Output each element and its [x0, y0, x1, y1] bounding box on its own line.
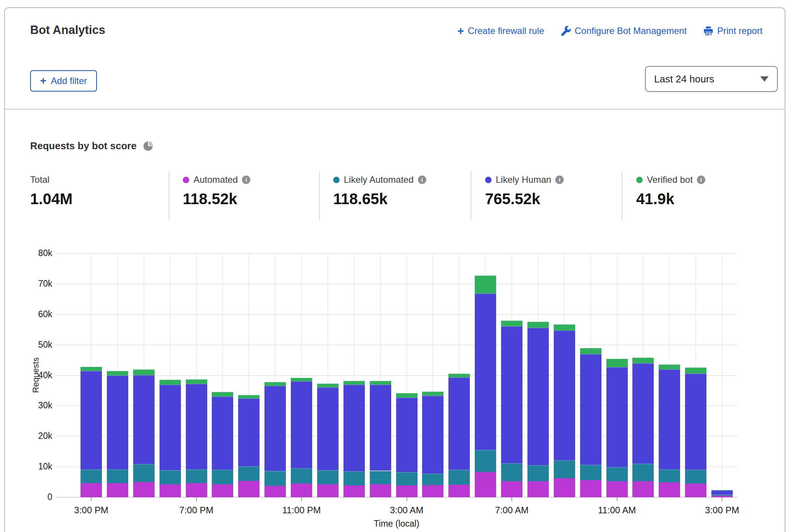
- bar-800am[interactable]: [527, 253, 549, 497]
- bar-segment-likely-human: [685, 374, 706, 470]
- bar-segment-automated: [580, 480, 601, 497]
- bar-segment-likely-automated: [685, 470, 706, 484]
- bar-1000pm[interactable]: [264, 253, 286, 497]
- print-report-label: Print report: [717, 26, 763, 36]
- y-tick-label: 70k: [14, 279, 52, 289]
- bar-100am[interactable]: [343, 253, 365, 497]
- bar-500pm[interactable]: [133, 253, 155, 497]
- plus-icon: +: [40, 76, 46, 85]
- bar-segment-likely-automated: [264, 471, 286, 486]
- bar-segment-likely-automated: [501, 463, 522, 481]
- x-tick-label: 7:00 AM: [495, 505, 529, 516]
- bar-segment-automated: [370, 484, 391, 497]
- bar-segment-verified-bot: [238, 395, 260, 399]
- section-title-text: Requests by bot score: [30, 140, 137, 152]
- bar-segment-automated: [606, 481, 628, 497]
- bar-1100am[interactable]: [606, 253, 628, 497]
- bar-segment-automated: [396, 485, 418, 497]
- bar-700am[interactable]: [501, 253, 522, 497]
- bar-segment-verified-bot: [711, 490, 733, 490]
- bar-segment-likely-human: [527, 328, 549, 465]
- bar-segment-automated: [685, 484, 706, 497]
- bar-segment-verified-bot: [632, 358, 654, 363]
- bar-segment-likely-automated: [475, 450, 496, 472]
- create-firewall-rule-link[interactable]: + Create firewall rule: [457, 26, 544, 36]
- bar-segment-verified-bot: [527, 322, 549, 328]
- bar-segment-likely-automated: [186, 469, 207, 484]
- bar-600am[interactable]: [475, 253, 496, 497]
- x-tick-label: 11:00 AM: [598, 505, 636, 516]
- bar-1200pm[interactable]: [632, 253, 654, 497]
- likely-automated-value: 118.65k: [333, 190, 426, 208]
- x-tick-mark: [91, 497, 92, 501]
- x-tick-label: 3:00 AM: [390, 505, 423, 516]
- bar-900am[interactable]: [554, 253, 575, 497]
- total-label: Total: [30, 174, 50, 185]
- x-tick-mark: [617, 497, 617, 501]
- bar-segment-likely-human: [343, 385, 365, 471]
- bar-segment-automated: [212, 484, 233, 497]
- bar-segment-automated: [632, 481, 654, 497]
- bar-1200am[interactable]: [317, 253, 339, 497]
- bar-500am[interactable]: [448, 253, 470, 497]
- y-tick-label: 80k: [14, 248, 52, 258]
- add-filter-button[interactable]: + Add filter: [30, 70, 97, 92]
- bar-segment-likely-human: [160, 385, 181, 470]
- bar-300pm[interactable]: [81, 253, 102, 497]
- bar-segment-automated: [475, 472, 496, 497]
- bar-100pm[interactable]: [659, 253, 680, 497]
- bar-segment-likely-human: [186, 384, 207, 469]
- verified-bot-label: Verified bot: [647, 174, 693, 185]
- x-tick-mark: [406, 497, 407, 501]
- info-icon[interactable]: i: [418, 176, 426, 184]
- bar-segment-automated: [317, 484, 339, 497]
- wrench-icon: [561, 26, 571, 36]
- configure-bot-management-link[interactable]: Configure Bot Management: [561, 26, 687, 36]
- bar-700pm[interactable]: [186, 253, 207, 497]
- info-icon[interactable]: i: [555, 176, 564, 184]
- bar-segment-automated: [107, 483, 128, 497]
- bar-segment-likely-automated: [317, 470, 339, 485]
- bar-800pm[interactable]: [212, 253, 233, 497]
- likely-automated-legend-dot: [333, 177, 340, 183]
- bar-1100pm[interactable]: [291, 253, 312, 497]
- stats-row: Total 1.04M Automated i 118.52k Likely A…: [5, 171, 785, 221]
- x-tick-mark: [511, 497, 512, 501]
- bar-segment-likely-automated: [396, 472, 418, 485]
- y-tick-label: 40k: [14, 370, 52, 380]
- bar-segment-verified-bot: [475, 276, 496, 293]
- bar-segment-likely-human: [606, 367, 628, 467]
- bar-segment-likely-automated: [659, 469, 680, 482]
- time-range-dropdown[interactable]: Last 24 hours: [645, 66, 778, 92]
- print-report-link[interactable]: Print report: [703, 26, 763, 36]
- bar-200pm[interactable]: [685, 253, 706, 497]
- bar-segment-likely-automated: [160, 470, 181, 484]
- bar-400pm[interactable]: [107, 253, 128, 497]
- bar-200am[interactable]: [370, 253, 391, 497]
- x-tick-label: 11:00 PM: [282, 505, 321, 516]
- bar-segment-likely-automated: [107, 469, 128, 484]
- bar-300pm[interactable]: [711, 253, 733, 497]
- bar-segment-likely-human: [212, 397, 233, 470]
- stat-verified-bot: Verified bot i 41.9k: [636, 174, 705, 208]
- bar-900pm[interactable]: [238, 253, 260, 497]
- bar-600pm[interactable]: [160, 253, 181, 497]
- bar-segment-verified-bot: [291, 378, 312, 381]
- bar-300am[interactable]: [396, 253, 418, 497]
- time-range-value: Last 24 hours: [654, 73, 714, 85]
- x-tick-mark: [196, 497, 197, 501]
- bar-1000am[interactable]: [580, 253, 601, 497]
- y-tick-label: 30k: [14, 400, 52, 411]
- info-icon[interactable]: i: [242, 176, 250, 184]
- bar-400am[interactable]: [422, 253, 443, 497]
- likely-human-value: 765.52k: [485, 190, 564, 208]
- bar-segment-likely-human: [554, 330, 575, 460]
- bar-segment-likely-automated: [238, 466, 260, 481]
- bar-segment-likely-automated: [343, 471, 365, 485]
- automated-value: 118.52k: [183, 190, 250, 208]
- info-icon[interactable]: i: [697, 176, 705, 184]
- likely-human-label: Likely Human: [496, 174, 551, 185]
- pie-chart-icon: [143, 141, 153, 152]
- bar-segment-likely-human: [264, 386, 286, 471]
- bar-segment-likely-human: [422, 396, 443, 474]
